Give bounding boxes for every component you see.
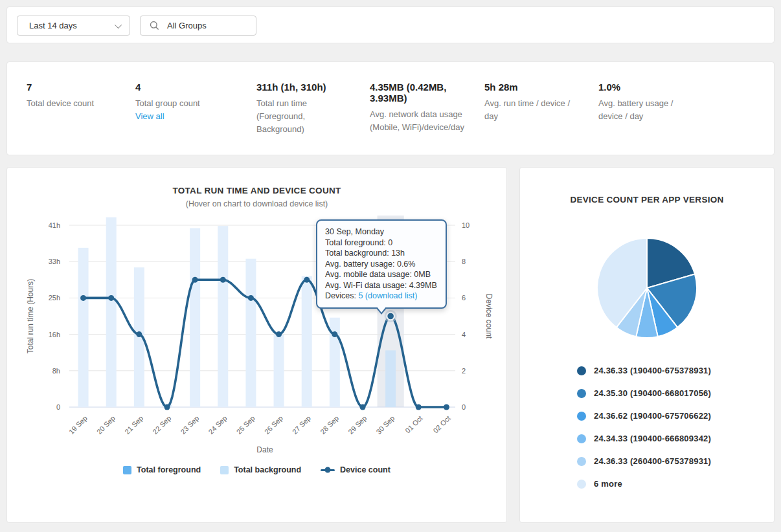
summary-stats: 7 Total device count 4 Total group count… <box>6 61 775 155</box>
bar-total-background[interactable] <box>245 259 256 407</box>
legend-dot-icon <box>577 457 586 466</box>
legend-dot-icon <box>577 412 586 421</box>
run-time-chart-panel: TOTAL RUN TIME AND DEVICE COUNT (Hover o… <box>6 167 507 523</box>
download-device-list-link[interactable]: 5 (download list) <box>358 291 417 300</box>
data-point[interactable] <box>248 295 254 301</box>
analytics-dashboard: Last 14 days All Groups 7 Total device c… <box>0 0 781 532</box>
x-axis-label: 25 Sep <box>235 414 256 436</box>
bar-total-background[interactable] <box>78 248 89 407</box>
tooltip-row: Avg. mobile data usage: 0MB <box>325 269 438 280</box>
data-point[interactable] <box>276 331 282 337</box>
line-marker-icon <box>321 469 335 471</box>
legend-label: Device count <box>340 465 390 474</box>
stat-total-group-count: 4 Total group count View all <box>135 82 256 155</box>
stat-total-run-time: 311h (1h, 310h) Total run time (Foregrou… <box>256 82 370 155</box>
legend-item-total-background[interactable]: Total background <box>220 465 301 474</box>
pie-legend-label: 24.34.33 (190400-666809342) <box>594 434 711 443</box>
group-search-input[interactable]: All Groups <box>140 16 256 36</box>
tooltip-title: 30 Sep, Monday <box>325 227 438 238</box>
stat-label: Total group count <box>135 97 226 110</box>
data-point[interactable] <box>360 405 366 410</box>
group-search-value: All Groups <box>167 21 207 30</box>
data-point[interactable] <box>332 331 337 337</box>
y-axis-left-tick: 0 <box>56 403 60 411</box>
data-point[interactable] <box>192 277 198 283</box>
stat-label: Avg. run time / device / day <box>484 97 582 123</box>
data-point[interactable] <box>136 331 142 337</box>
bar-total-background[interactable] <box>274 335 284 407</box>
y-axis-left-tick: 25h <box>49 294 60 302</box>
x-axis-label: 27 Sep <box>291 414 312 436</box>
x-axis-label: 01 Oct <box>403 414 424 434</box>
stat-label: Avg. network data usage (Mobile, WiFi)/d… <box>370 108 473 134</box>
stat-avg-run-time: 5h 28m Avg. run time / device / day <box>484 82 598 155</box>
bar-total-background[interactable] <box>218 226 228 407</box>
x-axis-label: 29 Sep <box>346 414 368 436</box>
tooltip-row: Total background: 13h <box>325 248 438 259</box>
stat-value: 1.0% <box>598 82 774 93</box>
pie-legend-item[interactable]: 24.35.30 (190400-668017056) <box>577 382 711 405</box>
y-axis-left-title: Total run time (Hours) <box>26 279 35 353</box>
x-axis-label: 22 Sep <box>151 414 172 436</box>
data-point[interactable] <box>416 405 422 410</box>
data-point[interactable] <box>164 405 170 410</box>
y-axis-left-tick: 16h <box>49 331 60 338</box>
app-version-pie-chart[interactable] <box>591 232 703 344</box>
legend-label: Total background <box>234 465 301 474</box>
tooltip-row: Avg. battery usage: 0.6% <box>325 259 438 270</box>
pie-legend-item[interactable]: 24.36.33 (190400-675378931) <box>577 359 711 382</box>
pie-legend-item[interactable]: 6 more <box>577 472 711 495</box>
stat-value: 4 <box>135 82 256 93</box>
legend-item-device-count[interactable]: Device count <box>321 465 390 474</box>
x-axis-label: 19 Sep <box>67 414 89 436</box>
stat-value: 311h (1h, 310h) <box>256 82 347 93</box>
tooltip-row: Total foreground: 0 <box>325 238 438 249</box>
bar-total-background[interactable] <box>106 217 117 407</box>
y-axis-left-tick: 33h <box>49 258 60 265</box>
y-axis-right-tick: 2 <box>462 367 466 375</box>
pie-legend-label: 24.36.33 (190400-675378931) <box>594 366 711 375</box>
series-swatch-icon <box>123 466 131 474</box>
date-range-dropdown[interactable]: Last 14 days <box>17 16 130 36</box>
data-point[interactable] <box>304 277 310 283</box>
x-axis-label: 26 Sep <box>263 414 284 436</box>
view-all-link[interactable]: View all <box>135 110 164 123</box>
filter-bar: Last 14 days All Groups <box>6 6 775 43</box>
highlighted-data-point[interactable] <box>387 313 394 320</box>
app-version-panel: DEVICE COUNT PER APP VERSION 24.36.33 (1… <box>519 167 775 523</box>
stat-value: 7 <box>27 82 135 93</box>
stat-label: Total run time (Foreground, Background) <box>256 97 329 136</box>
x-axis-label: 02 Oct <box>431 414 451 434</box>
tooltip-devices-row: Devices: 5 (download list) <box>325 291 438 302</box>
stat-value: 4.35MB (0.42MB, 3.93MB) <box>370 82 454 104</box>
x-axis-label: 23 Sep <box>179 414 200 436</box>
stat-avg-battery-usage: 1.0% Avg. battery usage / device / day <box>598 82 774 155</box>
x-axis-title: Date <box>256 445 273 454</box>
data-point[interactable] <box>108 295 114 301</box>
y-axis-right-tick: 0 <box>462 403 466 411</box>
x-axis-label: 24 Sep <box>207 414 229 436</box>
data-point[interactable] <box>80 295 86 301</box>
data-point[interactable] <box>444 405 449 410</box>
bar-total-background[interactable] <box>190 228 200 407</box>
stat-label: Total device count <box>27 97 117 110</box>
data-point[interactable] <box>220 277 226 283</box>
pie-legend-item[interactable]: 24.36.33 (260400-675378931) <box>577 450 711 472</box>
pie-chart-title: DEVICE COUNT PER APP VERSION <box>520 168 774 205</box>
stat-total-device-count: 7 Total device count <box>27 82 135 155</box>
tooltip-devices-label: Devices: <box>325 291 358 300</box>
bar-total-background[interactable] <box>385 350 396 407</box>
pie-legend-item[interactable]: 24.34.33 (190400-666809342) <box>577 427 711 450</box>
legend-dot-icon <box>577 480 586 489</box>
y-axis-right-tick: 4 <box>462 331 466 338</box>
stat-value: 5h 28m <box>484 82 598 93</box>
search-icon <box>150 21 159 30</box>
pie-legend-item[interactable]: 24.36.62 (190400-675706622) <box>577 405 711 427</box>
bar-total-background[interactable] <box>302 276 312 407</box>
series-swatch-icon <box>220 466 229 474</box>
stat-label: Avg. battery usage / device / day <box>598 97 681 123</box>
legend-label: Total foreground <box>137 465 201 474</box>
chevron-down-icon <box>115 21 122 28</box>
legend-item-total-foreground[interactable]: Total foreground <box>123 465 201 474</box>
pie-legend: 24.36.33 (190400-675378931)24.35.30 (190… <box>577 359 711 495</box>
